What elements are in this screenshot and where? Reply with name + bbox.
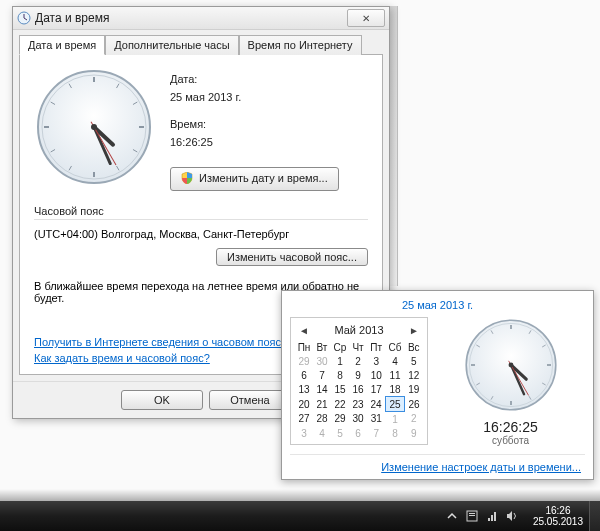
calendar-day[interactable]: 20 xyxy=(295,397,313,412)
calendar-day[interactable]: 11 xyxy=(386,368,405,382)
tray-date: 25.05.2013 xyxy=(533,516,583,527)
calendar-weekday: Пн xyxy=(295,340,313,354)
calendar-day[interactable]: 9 xyxy=(405,426,424,440)
dialog-title: Дата и время xyxy=(35,11,347,25)
change-date-time-button[interactable]: Изменить дату и время... xyxy=(170,167,339,191)
calendar-day[interactable]: 13 xyxy=(295,382,313,397)
show-desktop-button[interactable] xyxy=(589,501,600,531)
clock-flyout: 25 мая 2013 г. ◄ Май 2013 ► ПнВтСрЧтПтСб… xyxy=(281,290,594,480)
calendar-day[interactable]: 30 xyxy=(349,412,367,427)
calendar-grid: ПнВтСрЧтПтСбВс 2930123456789101112131415… xyxy=(295,340,423,440)
change-date-time-label: Изменить дату и время... xyxy=(199,172,328,184)
flyout-date: 25 мая 2013 г. xyxy=(290,299,585,311)
dialog-title-bar[interactable]: Дата и время ✕ xyxy=(13,7,389,30)
calendar-day[interactable]: 6 xyxy=(349,426,367,440)
calendar-day[interactable]: 17 xyxy=(367,382,386,397)
change-timezone-button[interactable]: Изменить часовой пояс... xyxy=(216,248,368,266)
network-icon[interactable] xyxy=(485,509,499,523)
calendar-day[interactable]: 6 xyxy=(295,368,313,382)
calendar-day[interactable]: 1 xyxy=(386,412,405,427)
flyout-weekday: суббота xyxy=(492,435,529,446)
calendar-weekday: Вт xyxy=(313,340,331,354)
calendar-day[interactable]: 19 xyxy=(405,382,424,397)
calendar-weekday: Ср xyxy=(331,340,349,354)
cancel-button[interactable]: Отмена xyxy=(209,390,291,410)
analog-clock xyxy=(34,67,154,187)
calendar-weekday: Вс xyxy=(405,340,424,354)
svg-rect-41 xyxy=(469,515,475,516)
svg-point-20 xyxy=(91,124,97,130)
divider xyxy=(34,219,368,220)
calendar-day[interactable]: 25 xyxy=(386,397,405,412)
svg-rect-43 xyxy=(491,515,493,521)
next-month-button[interactable]: ► xyxy=(409,325,419,336)
calendar-weekday: Сб xyxy=(386,340,405,354)
tray-chevron-icon[interactable] xyxy=(445,509,459,523)
calendar-day[interactable]: 3 xyxy=(367,354,386,368)
calendar-day[interactable]: 16 xyxy=(349,382,367,397)
calendar-day[interactable]: 18 xyxy=(386,382,405,397)
calendar-day[interactable]: 7 xyxy=(367,426,386,440)
calendar-day[interactable]: 1 xyxy=(331,354,349,368)
time-label: Время: xyxy=(170,116,368,134)
calendar-day[interactable]: 4 xyxy=(386,354,405,368)
calendar-day[interactable]: 7 xyxy=(313,368,331,382)
calendar-day[interactable]: 12 xyxy=(405,368,424,382)
calendar-day[interactable]: 29 xyxy=(331,412,349,427)
time-value: 16:26:25 xyxy=(170,134,368,152)
tab-date-time[interactable]: Дата и время xyxy=(19,35,105,55)
date-label: Дата: xyxy=(170,71,368,89)
calendar-day[interactable]: 4 xyxy=(313,426,331,440)
calendar-day[interactable]: 15 xyxy=(331,382,349,397)
calendar-day[interactable]: 29 xyxy=(295,354,313,368)
calendar-day[interactable]: 2 xyxy=(405,412,424,427)
calendar-day[interactable]: 21 xyxy=(313,397,331,412)
tz-info-link[interactable]: Получить в Интернете сведения о часовом … xyxy=(34,336,287,348)
date-value: 25 мая 2013 г. xyxy=(170,89,368,107)
calendar-month-title: Май 2013 xyxy=(309,324,409,336)
taskbar: 16:26 25.05.2013 xyxy=(0,501,600,531)
calendar-day[interactable]: 31 xyxy=(367,412,386,427)
tray xyxy=(445,509,527,523)
svg-rect-44 xyxy=(494,512,496,521)
prev-month-button[interactable]: ◄ xyxy=(299,325,309,336)
flyout-analog-clock xyxy=(463,317,559,415)
tab-additional-clocks[interactable]: Дополнительные часы xyxy=(105,35,238,55)
calendar-day[interactable]: 8 xyxy=(331,368,349,382)
timezone-value: (UTC+04:00) Волгоград, Москва, Санкт-Пет… xyxy=(34,228,368,240)
tab-internet-time[interactable]: Время по Интернету xyxy=(239,35,362,55)
close-button[interactable]: ✕ xyxy=(347,9,385,27)
how-to-set-link[interactable]: Как задать время и часовой пояс? xyxy=(34,352,210,364)
calendar-day[interactable]: 8 xyxy=(386,426,405,440)
calendar-day[interactable]: 23 xyxy=(349,397,367,412)
calendar-day[interactable]: 14 xyxy=(313,382,331,397)
uac-shield-icon xyxy=(181,172,193,184)
flyout-time: 16:26:25 xyxy=(483,419,538,435)
svg-rect-42 xyxy=(488,518,490,521)
tray-time: 16:26 xyxy=(533,505,583,516)
calendar-day[interactable]: 5 xyxy=(405,354,424,368)
tab-strip: Дата и время Дополнительные часы Время п… xyxy=(13,30,389,54)
calendar-day[interactable]: 5 xyxy=(331,426,349,440)
volume-icon[interactable] xyxy=(505,509,519,523)
calendar-day[interactable]: 2 xyxy=(349,354,367,368)
action-center-icon[interactable] xyxy=(465,509,479,523)
calendar-day[interactable]: 28 xyxy=(313,412,331,427)
calendar-day[interactable]: 9 xyxy=(349,368,367,382)
clock-icon xyxy=(17,11,31,25)
tray-clock[interactable]: 16:26 25.05.2013 xyxy=(527,505,589,527)
calendar-day[interactable]: 10 xyxy=(367,368,386,382)
calendar-day[interactable]: 3 xyxy=(295,426,313,440)
calendar-day[interactable]: 22 xyxy=(331,397,349,412)
calendar-weekday: Пт xyxy=(367,340,386,354)
timezone-heading: Часовой пояс xyxy=(34,205,368,217)
calendar-day[interactable]: 27 xyxy=(295,412,313,427)
ok-button[interactable]: OK xyxy=(121,390,203,410)
flyout-settings-link[interactable]: Изменение настроек даты и времени... xyxy=(290,461,585,473)
calendar-day[interactable]: 26 xyxy=(405,397,424,412)
calendar-day[interactable]: 30 xyxy=(313,354,331,368)
calendar: ◄ Май 2013 ► ПнВтСрЧтПтСбВс 293012345678… xyxy=(290,317,428,445)
calendar-day[interactable]: 24 xyxy=(367,397,386,412)
close-icon: ✕ xyxy=(362,13,370,24)
svg-point-38 xyxy=(508,363,513,368)
